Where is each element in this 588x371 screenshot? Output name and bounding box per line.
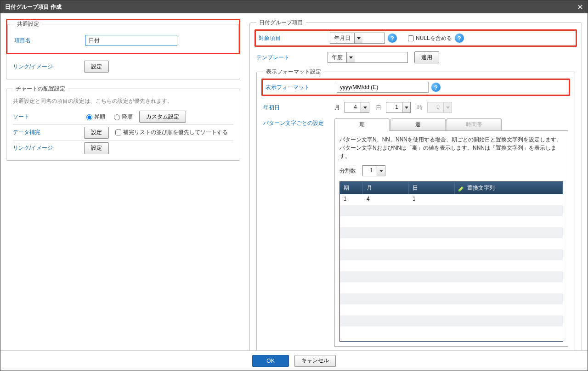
- target-dropdown[interactable]: 年月日: [330, 33, 385, 44]
- null-checkbox-input[interactable]: [408, 35, 414, 41]
- highlight-item-name: 共通設定 項目名: [6, 19, 240, 54]
- sort-asc-radio[interactable]: 昇順: [84, 113, 105, 121]
- left-column: 共通設定 項目名 リンク/イメージ 設定 チャートの配置設定 共通設定と同名の項…: [6, 19, 240, 345]
- group-fieldset: 日付グループ項目 対象項目 年月日 ? NULLを含める ? テンプレート: [249, 19, 582, 350]
- dialog-footer: OK キャンセル: [0, 350, 588, 371]
- dialog-title: 日付グループ項目 作成: [5, 3, 577, 11]
- table-row[interactable]: [340, 282, 563, 293]
- sort-desc-radio[interactable]: 降順: [112, 113, 133, 121]
- table-row[interactable]: [340, 315, 563, 326]
- table-row[interactable]: [340, 249, 563, 260]
- table-row[interactable]: [340, 227, 563, 238]
- table-row[interactable]: [340, 271, 563, 282]
- completion-checkbox[interactable]: 補完リストの並び順を優先してソートする: [113, 128, 228, 137]
- display-format-input[interactable]: [337, 82, 429, 93]
- yearstart-label: 年初日: [263, 104, 334, 112]
- tab-ki[interactable]: 期: [334, 118, 390, 130]
- th-rep: 置換文字列: [455, 182, 563, 194]
- tab-shu[interactable]: 週: [390, 118, 446, 130]
- day-label: 日: [376, 104, 381, 112]
- help-icon[interactable]: ?: [431, 83, 441, 92]
- template-label: テンプレート: [256, 54, 328, 62]
- help-icon[interactable]: ?: [455, 34, 464, 43]
- split-dropdown[interactable]: 1: [362, 165, 385, 176]
- hour-dropdown: 0: [427, 102, 452, 113]
- th-tsuki: 月: [363, 182, 409, 194]
- display-format-label: 表示フォーマット: [266, 84, 337, 91]
- chevron-down-icon: [377, 166, 385, 176]
- month-dropdown[interactable]: 4: [345, 102, 369, 113]
- pattern-desc: パターン文字N、NN、NNNを使用する場合、期ごとの開始日と置換文字列を設定しま…: [339, 135, 563, 160]
- tab-jikan: 時間帯: [447, 118, 502, 130]
- custom-sort-button[interactable]: カスタム設定: [139, 111, 186, 123]
- item-name-label: 項目名: [14, 37, 85, 45]
- right-column: 日付グループ項目 対象項目 年月日 ? NULLを含める ? テンプレート: [249, 19, 582, 345]
- table-row[interactable]: [340, 260, 563, 271]
- item-name-input[interactable]: [85, 35, 177, 46]
- template-dropdown[interactable]: 年度: [328, 52, 408, 63]
- chart-legend: チャートの配置設定: [13, 85, 68, 93]
- table-row[interactable]: [340, 304, 563, 315]
- table-header: 期 月 日 置換文字列: [340, 182, 563, 194]
- chevron-down-icon: [346, 52, 355, 62]
- dialog-body: 共通設定 項目名 リンク/イメージ 設定 チャートの配置設定 共通設定と同名の項…: [0, 13, 588, 350]
- table-row[interactable]: [340, 293, 563, 304]
- day-dropdown[interactable]: 1: [386, 102, 411, 113]
- pattern-label: パターン文字ごとの設定: [263, 117, 334, 127]
- completion-label: データ補完: [13, 129, 84, 136]
- tab-panel: パターン文字N、NN、NNNを使用する場合、期ごとの開始日と置換文字列を設定しま…: [334, 131, 568, 347]
- table-row[interactable]: [340, 326, 563, 337]
- chevron-down-icon: [361, 102, 369, 112]
- sort-desc-input[interactable]: [114, 114, 120, 120]
- close-icon[interactable]: ×: [577, 2, 583, 11]
- cancel-button[interactable]: キャンセル: [294, 355, 336, 367]
- format-fieldset: 表示フォーマット設定 表示フォーマット ? 年初日 月 4 日: [256, 68, 575, 350]
- tabs: 期 週 時間帯: [334, 118, 568, 131]
- common-legend: 共通設定: [14, 20, 42, 28]
- highlight-format: 表示フォーマット ?: [261, 79, 570, 96]
- help-icon[interactable]: ?: [388, 34, 397, 43]
- month-label: 月: [334, 104, 340, 112]
- link-image-label: リンク/イメージ: [13, 63, 84, 71]
- group-legend: 日付グループ項目: [256, 19, 306, 27]
- table-row[interactable]: 141: [340, 194, 563, 205]
- chart-fieldset: チャートの配置設定 共通設定と同名の項目の設定は、こちらの設定が優先されます。 …: [6, 85, 240, 161]
- apply-button[interactable]: 適用: [414, 51, 439, 63]
- target-label: 対象項目: [259, 34, 330, 42]
- chart-link-image-button[interactable]: 設定: [84, 142, 109, 154]
- hour-label: 時: [417, 104, 423, 112]
- link-image-settings-button[interactable]: 設定: [84, 61, 109, 73]
- chevron-down-icon: [443, 102, 452, 112]
- th-ki: 期: [340, 182, 363, 194]
- completion-checkbox-input[interactable]: [115, 129, 121, 135]
- th-hi: 日: [409, 182, 455, 194]
- table-row[interactable]: [340, 205, 563, 216]
- dialog: 日付グループ項目 作成 × 共通設定 項目名 リンク/イメージ 設定: [0, 0, 588, 371]
- completion-settings-button[interactable]: 設定: [84, 127, 109, 139]
- split-label: 分割数: [339, 167, 356, 175]
- sort-label: ソート: [13, 113, 84, 121]
- pencil-icon: [458, 185, 465, 191]
- chevron-down-icon: [402, 102, 410, 112]
- format-legend: 表示フォーマット設定: [263, 68, 324, 76]
- table-row[interactable]: [340, 238, 563, 249]
- period-table: 期 月 日 置換文字列 141: [339, 181, 563, 342]
- chart-hint: 共通設定と同名の項目の設定は、こちらの設定が優先されます。: [13, 97, 233, 105]
- ok-button[interactable]: OK: [252, 355, 288, 367]
- table-body[interactable]: 141: [340, 194, 563, 341]
- chevron-down-icon: [354, 33, 362, 43]
- sort-asc-input[interactable]: [86, 114, 92, 120]
- chart-link-image-label: リンク/イメージ: [13, 144, 84, 152]
- table-row[interactable]: [340, 216, 563, 227]
- titlebar: 日付グループ項目 作成 ×: [0, 0, 588, 13]
- highlight-target: 対象項目 年月日 ? NULLを含める ?: [254, 29, 577, 47]
- null-checkbox[interactable]: NULLを含める: [406, 34, 452, 43]
